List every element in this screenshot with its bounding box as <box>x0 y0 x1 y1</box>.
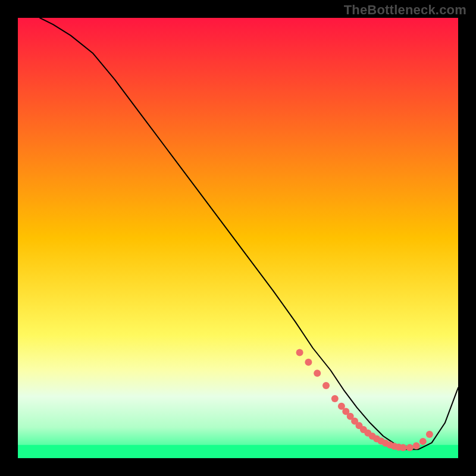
marker-dot <box>296 349 303 356</box>
chart-background <box>18 18 458 458</box>
marker-dot <box>413 442 420 449</box>
marker-dot <box>419 438 427 445</box>
watermark-text: TheBottleneck.com <box>344 2 466 18</box>
chart-stage: TheBottleneck.com <box>0 0 476 476</box>
marker-dot <box>305 359 312 366</box>
marker-dot <box>314 369 321 377</box>
marker-dot <box>400 444 407 451</box>
chart-svg <box>18 18 458 458</box>
marker-dot <box>426 431 433 438</box>
marker-dot <box>331 395 339 402</box>
plot-area <box>18 18 458 458</box>
marker-dot <box>406 444 414 451</box>
marker-dot <box>322 382 330 389</box>
